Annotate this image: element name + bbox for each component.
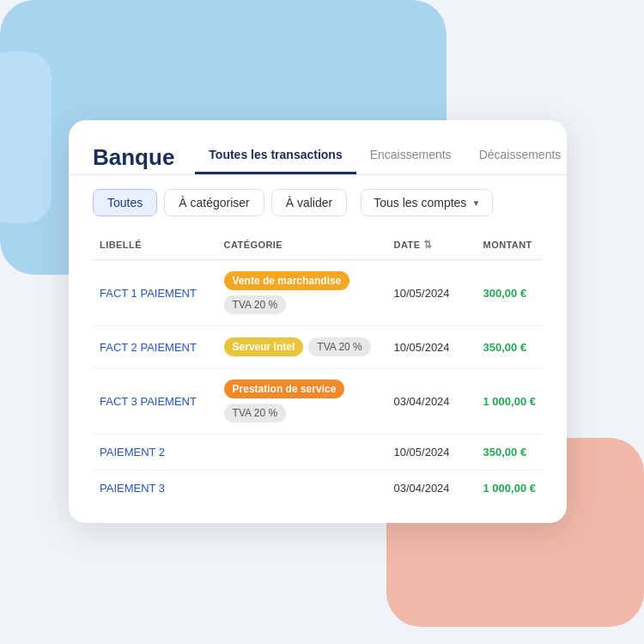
category-tag-main: Serveur Intel [224, 337, 304, 356]
cell-date: 03/04/2024 [394, 395, 450, 408]
transactions-table: LIBELLÉ CATÉGORIE DATE ⇅ MONTANT FACT 1 … [93, 230, 543, 506]
tab-encaissements[interactable]: Encaissements [356, 141, 465, 174]
table-row[interactable]: PAIEMENT 303/04/20241 000,00 € [93, 471, 543, 507]
table-header: LIBELLÉ CATÉGORIE DATE ⇅ MONTANT [93, 230, 543, 260]
table-row[interactable]: FACT 2 PAIEMENTServeur IntelTVA 20 %10/0… [93, 326, 543, 368]
cell-libelle: PAIEMENT 2 [100, 446, 165, 459]
sort-icon: ⇅ [423, 239, 432, 251]
category-tag-main: Vente de marchandise [224, 271, 350, 290]
category-tag-main: Prestation de service [224, 380, 345, 398]
header-divider [69, 174, 567, 175]
cell-date: 03/04/2024 [394, 482, 450, 495]
table-body: FACT 1 PAIEMENTVente de marchandiseTVA 2… [93, 260, 543, 507]
col-header-libelle: LIBELLÉ [93, 230, 217, 260]
col-header-montant: MONTANT [477, 230, 543, 260]
category-tag-tva: TVA 20 % [308, 337, 370, 356]
table-row[interactable]: FACT 3 PAIEMENTPrestation de serviceTVA … [93, 368, 543, 434]
table-row[interactable]: FACT 1 PAIEMENTVente de marchandiseTVA 2… [93, 260, 543, 326]
cell-libelle: FACT 2 PAIEMENT [100, 341, 197, 354]
cell-amount: 350,00 € [483, 446, 527, 459]
filter-toutes-button[interactable]: Toutes [93, 189, 157, 216]
cell-libelle: PAIEMENT 3 [100, 482, 165, 495]
tab-decaissements[interactable]: Décaissements [465, 141, 567, 174]
cell-amount: 350,00 € [483, 341, 527, 354]
main-card: Banque Toutes les transactions Encaissem… [69, 120, 567, 523]
col-header-date[interactable]: DATE ⇅ [387, 230, 477, 260]
table-row[interactable]: PAIEMENT 210/05/2024350,00 € [93, 434, 543, 471]
app-title: Banque [93, 144, 174, 171]
cell-amount: 1 000,00 € [483, 395, 536, 408]
col-header-categorie: CATÉGORIE [217, 230, 387, 260]
accounts-dropdown-label: Tous les comptes [374, 196, 466, 210]
cell-date: 10/05/2024 [394, 446, 450, 459]
header-top: Banque Toutes les transactions Encaissem… [93, 141, 543, 174]
filter-valider-button[interactable]: À valider [271, 189, 347, 216]
table-container: LIBELLÉ CATÉGORIE DATE ⇅ MONTANT FACT 1 … [69, 230, 567, 523]
accounts-dropdown[interactable]: Tous les comptes ▼ [361, 189, 493, 216]
cell-amount: 1 000,00 € [483, 482, 536, 495]
cell-date: 10/05/2024 [394, 341, 450, 354]
tab-toutes-transactions[interactable]: Toutes les transactions [195, 141, 355, 174]
filter-bar: Toutes À catégoriser À valider Tous les … [69, 189, 567, 230]
cell-amount: 300,00 € [483, 287, 527, 300]
category-tag-tva: TVA 20 % [224, 295, 286, 314]
background-light-blue-shape [0, 52, 52, 223]
cell-libelle: FACT 3 PAIEMENT [100, 395, 197, 408]
nav-tabs: Toutes les transactions Encaissements Dé… [195, 141, 567, 174]
card-header: Banque Toutes les transactions Encaissem… [69, 120, 567, 174]
cell-date: 10/05/2024 [394, 287, 450, 300]
cell-libelle: FACT 1 PAIEMENT [100, 287, 197, 300]
category-tag-tva: TVA 20 % [224, 404, 286, 422]
chevron-down-icon: ▼ [471, 198, 480, 208]
filter-categoriser-button[interactable]: À catégoriser [164, 189, 264, 216]
